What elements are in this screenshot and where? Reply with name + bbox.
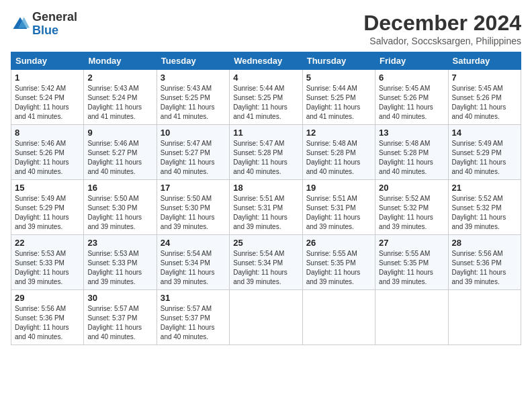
day-info: Sunrise: 5:47 AM Sunset: 5:28 PM Dayligh… <box>233 139 298 177</box>
day-info: Sunrise: 5:43 AM Sunset: 5:24 PM Dayligh… <box>87 84 152 122</box>
day-info: Sunrise: 5:45 AM Sunset: 5:26 PM Dayligh… <box>379 84 444 122</box>
day-info: Sunrise: 5:57 AM Sunset: 5:37 PM Dayligh… <box>161 304 226 342</box>
table-row: 15 Sunrise: 5:49 AM Sunset: 5:29 PM Dayl… <box>11 180 84 235</box>
table-row: 3 Sunrise: 5:43 AM Sunset: 5:25 PM Dayli… <box>157 70 229 125</box>
table-row: 28 Sunrise: 5:56 AM Sunset: 5:36 PM Dayl… <box>448 235 521 290</box>
table-row: 26 Sunrise: 5:55 AM Sunset: 5:35 PM Dayl… <box>302 235 375 290</box>
table-row: 17 Sunrise: 5:50 AM Sunset: 5:30 PM Dayl… <box>157 180 229 235</box>
day-number: 4 <box>233 73 298 83</box>
day-number: 29 <box>15 293 80 303</box>
calendar-table: Sunday Monday Tuesday Wednesday Thursday… <box>11 52 521 345</box>
day-number: 1 <box>15 73 80 83</box>
table-row: 4 Sunrise: 5:44 AM Sunset: 5:25 PM Dayli… <box>230 70 302 125</box>
table-row: 7 Sunrise: 5:45 AM Sunset: 5:26 PM Dayli… <box>448 70 521 125</box>
table-row: 2 Sunrise: 5:43 AM Sunset: 5:24 PM Dayli… <box>84 70 157 125</box>
logo: General Blue <box>11 11 77 38</box>
table-row: 29 Sunrise: 5:56 AM Sunset: 5:36 PM Dayl… <box>11 290 84 345</box>
table-row: 8 Sunrise: 5:46 AM Sunset: 5:26 PM Dayli… <box>11 125 84 180</box>
table-row <box>302 290 375 345</box>
day-info: Sunrise: 5:48 AM Sunset: 5:28 PM Dayligh… <box>379 139 444 177</box>
table-row: 19 Sunrise: 5:51 AM Sunset: 5:31 PM Dayl… <box>302 180 375 235</box>
col-monday: Monday <box>84 52 157 70</box>
day-number: 13 <box>379 128 444 138</box>
table-row: 25 Sunrise: 5:54 AM Sunset: 5:34 PM Dayl… <box>230 235 302 290</box>
day-info: Sunrise: 5:46 AM Sunset: 5:26 PM Dayligh… <box>15 139 80 177</box>
day-info: Sunrise: 5:55 AM Sunset: 5:35 PM Dayligh… <box>306 249 371 287</box>
table-row: 27 Sunrise: 5:55 AM Sunset: 5:35 PM Dayl… <box>375 235 448 290</box>
day-info: Sunrise: 5:42 AM Sunset: 5:24 PM Dayligh… <box>15 84 80 122</box>
day-number: 10 <box>161 128 226 138</box>
day-number: 16 <box>87 183 152 193</box>
calendar-header-row: Sunday Monday Tuesday Wednesday Thursday… <box>11 52 521 70</box>
day-info: Sunrise: 5:56 AM Sunset: 5:36 PM Dayligh… <box>452 249 517 287</box>
day-info: Sunrise: 5:47 AM Sunset: 5:27 PM Dayligh… <box>161 139 226 177</box>
table-row: 18 Sunrise: 5:51 AM Sunset: 5:31 PM Dayl… <box>230 180 302 235</box>
calendar-week-5: 29 Sunrise: 5:56 AM Sunset: 5:36 PM Dayl… <box>11 290 521 345</box>
day-info: Sunrise: 5:49 AM Sunset: 5:29 PM Dayligh… <box>452 139 517 177</box>
day-number: 31 <box>161 293 226 303</box>
day-info: Sunrise: 5:46 AM Sunset: 5:27 PM Dayligh… <box>87 139 152 177</box>
calendar-title: December 2024 <box>363 11 521 36</box>
table-row: 9 Sunrise: 5:46 AM Sunset: 5:27 PM Dayli… <box>84 125 157 180</box>
day-info: Sunrise: 5:44 AM Sunset: 5:25 PM Dayligh… <box>306 84 371 122</box>
day-number: 3 <box>161 73 226 83</box>
day-number: 2 <box>87 73 152 83</box>
logo-line2: Blue <box>32 24 58 37</box>
day-info: Sunrise: 5:43 AM Sunset: 5:25 PM Dayligh… <box>161 84 226 122</box>
day-number: 30 <box>87 293 152 303</box>
day-number: 8 <box>15 128 80 138</box>
table-row: 10 Sunrise: 5:47 AM Sunset: 5:27 PM Dayl… <box>157 125 229 180</box>
table-row: 31 Sunrise: 5:57 AM Sunset: 5:37 PM Dayl… <box>157 290 229 345</box>
col-wednesday: Wednesday <box>230 52 302 70</box>
title-block: December 2024 Salvador, Soccsksargen, Ph… <box>363 11 521 46</box>
table-row: 16 Sunrise: 5:50 AM Sunset: 5:30 PM Dayl… <box>84 180 157 235</box>
day-info: Sunrise: 5:49 AM Sunset: 5:29 PM Dayligh… <box>15 194 80 232</box>
day-info: Sunrise: 5:53 AM Sunset: 5:33 PM Dayligh… <box>15 249 80 287</box>
day-info: Sunrise: 5:56 AM Sunset: 5:36 PM Dayligh… <box>15 304 80 342</box>
table-row: 30 Sunrise: 5:57 AM Sunset: 5:37 PM Dayl… <box>84 290 157 345</box>
table-row: 11 Sunrise: 5:47 AM Sunset: 5:28 PM Dayl… <box>230 125 302 180</box>
day-number: 11 <box>233 128 298 138</box>
table-row <box>230 290 302 345</box>
calendar-week-4: 22 Sunrise: 5:53 AM Sunset: 5:33 PM Dayl… <box>11 235 521 290</box>
day-number: 7 <box>452 73 517 83</box>
table-row <box>375 290 448 345</box>
calendar-week-2: 8 Sunrise: 5:46 AM Sunset: 5:26 PM Dayli… <box>11 125 521 180</box>
logo-text: General Blue <box>32 11 77 38</box>
table-row: 13 Sunrise: 5:48 AM Sunset: 5:28 PM Dayl… <box>375 125 448 180</box>
day-number: 22 <box>15 238 80 248</box>
day-number: 9 <box>87 128 152 138</box>
day-number: 19 <box>306 183 371 193</box>
day-number: 20 <box>379 183 444 193</box>
table-row <box>448 290 521 345</box>
col-tuesday: Tuesday <box>157 52 229 70</box>
calendar-subtitle: Salvador, Soccsksargen, Philippines <box>363 36 521 46</box>
day-number: 18 <box>233 183 298 193</box>
calendar-week-1: 1 Sunrise: 5:42 AM Sunset: 5:24 PM Dayli… <box>11 70 521 125</box>
day-info: Sunrise: 5:45 AM Sunset: 5:26 PM Dayligh… <box>452 84 517 122</box>
table-row: 20 Sunrise: 5:52 AM Sunset: 5:32 PM Dayl… <box>375 180 448 235</box>
day-number: 6 <box>379 73 444 83</box>
page-header: General Blue December 2024 Salvador, Soc… <box>11 11 521 46</box>
table-row: 12 Sunrise: 5:48 AM Sunset: 5:28 PM Dayl… <box>302 125 375 180</box>
col-sunday: Sunday <box>11 52 84 70</box>
day-number: 27 <box>379 238 444 248</box>
table-row: 23 Sunrise: 5:53 AM Sunset: 5:33 PM Dayl… <box>84 235 157 290</box>
day-number: 17 <box>161 183 226 193</box>
day-info: Sunrise: 5:44 AM Sunset: 5:25 PM Dayligh… <box>233 84 298 122</box>
day-info: Sunrise: 5:52 AM Sunset: 5:32 PM Dayligh… <box>379 194 444 232</box>
table-row: 21 Sunrise: 5:52 AM Sunset: 5:32 PM Dayl… <box>448 180 521 235</box>
day-number: 5 <box>306 73 371 83</box>
day-info: Sunrise: 5:55 AM Sunset: 5:35 PM Dayligh… <box>379 249 444 287</box>
day-info: Sunrise: 5:57 AM Sunset: 5:37 PM Dayligh… <box>87 304 152 342</box>
table-row: 5 Sunrise: 5:44 AM Sunset: 5:25 PM Dayli… <box>302 70 375 125</box>
logo-line1: General <box>32 10 77 24</box>
day-info: Sunrise: 5:48 AM Sunset: 5:28 PM Dayligh… <box>306 139 371 177</box>
day-info: Sunrise: 5:50 AM Sunset: 5:30 PM Dayligh… <box>87 194 152 232</box>
table-row: 22 Sunrise: 5:53 AM Sunset: 5:33 PM Dayl… <box>11 235 84 290</box>
day-number: 21 <box>452 183 517 193</box>
day-number: 24 <box>161 238 226 248</box>
day-number: 25 <box>233 238 298 248</box>
col-saturday: Saturday <box>448 52 521 70</box>
table-row: 1 Sunrise: 5:42 AM Sunset: 5:24 PM Dayli… <box>11 70 84 125</box>
